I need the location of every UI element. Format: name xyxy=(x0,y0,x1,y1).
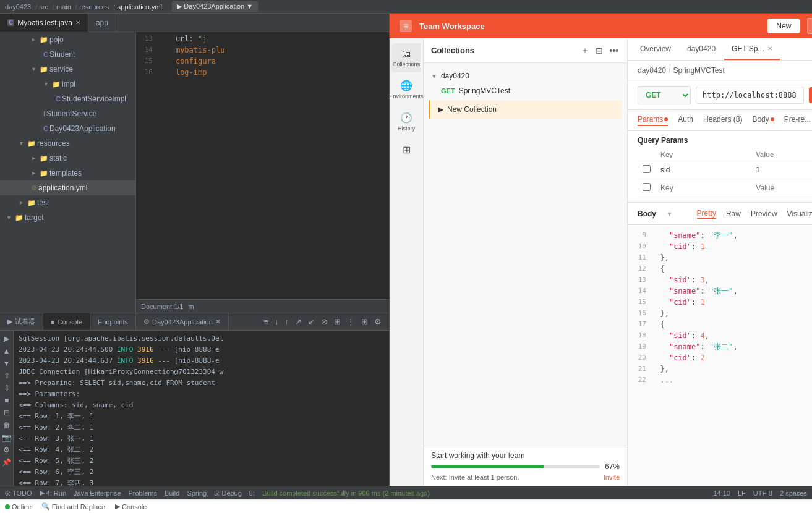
tree-item-day0423app[interactable]: C Day0423Application xyxy=(0,121,135,136)
postman-status-bar: Online 🔍 Find and Replace ▶ Console xyxy=(0,499,812,513)
response-body: 9 "sname": "李一", 10 "cid": 1 11 }, xyxy=(628,225,812,486)
debug-up2-btn[interactable]: ⇧ xyxy=(2,370,11,381)
response-tab-preview[interactable]: Preview xyxy=(751,210,777,218)
params-tab-auth[interactable]: Auth xyxy=(678,115,693,126)
params-tab-params[interactable]: Params xyxy=(638,115,668,126)
import-collections-btn[interactable]: ⊟ xyxy=(594,45,604,57)
close-debug-icon[interactable]: ✕ xyxy=(215,318,221,326)
debug-tab-run[interactable]: ▶ 试着器 xyxy=(0,313,43,330)
more-collections-btn[interactable]: ••• xyxy=(608,45,620,57)
param-checkbox[interactable] xyxy=(643,165,651,173)
chevron-down: ▼ xyxy=(666,210,673,218)
close-icon[interactable]: ✕ xyxy=(75,19,80,26)
path-item: main xyxy=(56,3,71,11)
status-todo[interactable]: 6: TODO xyxy=(5,490,32,497)
sidebar-item-history[interactable]: 🕐 History xyxy=(391,107,421,137)
col-check xyxy=(638,148,656,161)
file-tab-mybatis[interactable]: C MybatisTest.java ✕ xyxy=(0,14,88,32)
tree-item-appyml[interactable]: ⚙ application.yml xyxy=(0,180,135,195)
tree-item-student[interactable]: C Student xyxy=(0,47,135,62)
more-btn[interactable]: ⋮ xyxy=(344,316,357,328)
param-key-input[interactable] xyxy=(660,166,746,174)
add-collection-btn[interactable]: ＋ xyxy=(579,44,591,57)
status-enterprise[interactable]: Java Enterprise xyxy=(74,490,121,497)
status-run[interactable]: ▶ 4: Run xyxy=(40,489,66,497)
tab-day0420[interactable]: day0420 xyxy=(680,38,723,60)
param-value-input[interactable] xyxy=(756,184,812,192)
tree-item-impl[interactable]: ▼ 📁 impl xyxy=(0,77,135,91)
file-tab-app[interactable]: app xyxy=(88,14,116,32)
tree-item-serviceimpl[interactable]: C StudentServiceImpl xyxy=(0,91,135,106)
tree-item-static[interactable]: ► 📁 static xyxy=(0,151,135,166)
param-value-input[interactable] xyxy=(756,166,812,174)
invite-button[interactable]: Invite xyxy=(604,473,620,481)
tree-item-service[interactable]: ▼ 📁 service xyxy=(0,62,135,77)
tab-overview[interactable]: Overview xyxy=(633,38,678,60)
tree-item-templates[interactable]: ► 📁 templates xyxy=(0,166,135,180)
settings-btn[interactable]: ⚙ xyxy=(372,316,384,328)
debug-up-btn[interactable]: ▲ xyxy=(2,346,12,357)
step-over-btn[interactable]: ≡ xyxy=(261,316,271,328)
tab-get-sp[interactable]: GET Sp... ✕ xyxy=(724,38,779,60)
tree-item-pojo[interactable]: ► 📁 pojo xyxy=(0,32,135,47)
debug-down2-btn[interactable]: ⇩ xyxy=(2,383,11,394)
tree-item-target[interactable]: ▼ 📁 target xyxy=(0,210,135,225)
resume-btn[interactable]: ↗ xyxy=(293,316,304,328)
tree-item-resources[interactable]: ▼ 📁 resources xyxy=(0,136,135,151)
debug-tab-name[interactable]: ⚙ Day0423Application ✕ xyxy=(136,313,229,330)
debug-trash-btn[interactable]: 🗑 xyxy=(2,420,12,431)
debug-play-btn[interactable]: ▶ xyxy=(2,333,11,344)
import-button[interactable]: Import xyxy=(807,18,812,34)
debug-tab-endpoints[interactable]: Endpoints xyxy=(90,313,136,330)
debug-down-btn[interactable]: ▼ xyxy=(2,358,12,369)
grid-btn[interactable]: ⊞ xyxy=(359,316,370,328)
collection-request-springmvctest[interactable]: GET SpringMVCTest xyxy=(424,84,627,98)
debug-tab-console[interactable]: ■ Console xyxy=(43,313,90,330)
response-tab-raw[interactable]: Raw xyxy=(726,210,741,218)
build-success-msg: Build completed successfully in 906 ms (… xyxy=(262,490,430,497)
run-tab[interactable]: ▶ Day0423Application ▼ xyxy=(172,1,258,12)
debug-stop2-btn[interactable]: ■ xyxy=(3,395,10,406)
sidebar-item-collections[interactable]: 🗂 Collections xyxy=(391,43,421,72)
status-spring[interactable]: Spring xyxy=(187,490,207,497)
step-into-btn[interactable]: ↓ xyxy=(272,316,281,328)
response-tab-visualize[interactable]: Visualize xyxy=(787,210,812,218)
debug-pin-btn[interactable]: 📌 xyxy=(1,457,12,468)
sidebar-item-apis[interactable]: ⊞ xyxy=(391,139,421,161)
console-status[interactable]: ▶ Console xyxy=(115,502,147,511)
debug-gear-btn[interactable]: ⚙ xyxy=(2,444,11,456)
tree-item-studentservice[interactable]: I StudentService xyxy=(0,106,135,121)
mute-btn[interactable]: ⊘ xyxy=(318,316,330,328)
method-select[interactable]: GET POST PUT DELETE xyxy=(638,86,691,104)
url-input[interactable] xyxy=(696,87,804,104)
tree-item-test[interactable]: ► 📁 test xyxy=(0,195,135,210)
status-build[interactable]: Build xyxy=(165,490,179,497)
get-method-badge: GET xyxy=(441,87,455,95)
new-button[interactable]: New xyxy=(767,19,800,33)
stop-btn[interactable]: ↙ xyxy=(306,316,317,328)
sidebar-item-environments[interactable]: 🌐 Environments xyxy=(391,75,421,104)
collection-group-day0420[interactable]: ▼ day0420 xyxy=(424,68,627,84)
debug-filter-btn[interactable]: ⊟ xyxy=(2,407,11,418)
status-debug[interactable]: 5: Debug xyxy=(214,490,242,497)
query-params-label: Query Params xyxy=(638,136,812,145)
col-key: Key xyxy=(656,148,751,161)
debug-camera-btn[interactable]: 📷 xyxy=(1,432,12,443)
status-debug-num[interactable]: 8: xyxy=(249,490,255,497)
params-tab-prere[interactable]: Pre-re... xyxy=(784,115,811,126)
tree-label: pojo xyxy=(49,33,64,46)
response-area: Body ▼ Pretty Raw Preview Visualize 9 "s… xyxy=(628,203,812,486)
close-tab-icon[interactable]: ✕ xyxy=(767,45,772,52)
response-tab-pretty[interactable]: Pretty xyxy=(697,209,716,219)
new-collection-item[interactable]: ▶ New Collection xyxy=(429,100,622,119)
param-key-input[interactable] xyxy=(660,184,746,192)
postman-header: ⊞ Team Workspace New Import xyxy=(390,14,812,38)
params-tab-body[interactable]: Body xyxy=(752,115,774,126)
param-checkbox[interactable] xyxy=(643,183,651,191)
params-tab-headers[interactable]: Headers (8) xyxy=(703,115,742,126)
status-problems[interactable]: Problems xyxy=(128,490,156,497)
find-replace-status[interactable]: 🔍 Find and Replace xyxy=(41,502,105,511)
rerun-btn[interactable]: ⊞ xyxy=(331,316,343,328)
step-out-btn[interactable]: ↑ xyxy=(283,316,292,328)
send-button[interactable]: Send xyxy=(809,87,812,103)
